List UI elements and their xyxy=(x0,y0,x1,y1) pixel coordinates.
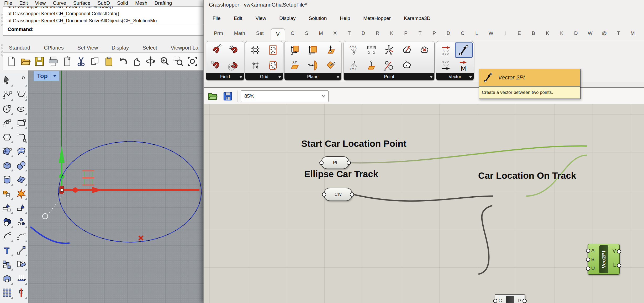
zoom-selected-icon[interactable] xyxy=(187,56,198,67)
gh-menu-item[interactable]: Karamba3D xyxy=(404,15,430,21)
pin-trapezoid-icon[interactable] xyxy=(362,58,380,73)
eval-component[interactable]: Eval CLNPTt xyxy=(495,294,525,303)
sidebar-tool[interactable] xyxy=(0,88,14,102)
gh-category-tab[interactable]: E xyxy=(512,30,526,36)
sidebar-tool[interactable] xyxy=(14,243,28,257)
rhino-menu-item[interactable]: Edit xyxy=(19,0,28,6)
gh-category-tab[interactable]: W xyxy=(484,30,498,36)
paste-icon[interactable] xyxy=(103,56,114,67)
param-output-port[interactable] xyxy=(350,192,354,197)
sidebar-tool[interactable] xyxy=(14,158,28,172)
sidebar-tool[interactable] xyxy=(0,187,14,201)
toolbar-tab[interactable]: CPlanes xyxy=(37,43,71,52)
sidebar-tool[interactable] xyxy=(0,73,14,88)
ribbon-group-label[interactable]: Point xyxy=(344,73,434,80)
point-param[interactable]: Pt xyxy=(321,156,349,169)
ribbon-group-label[interactable]: Field xyxy=(206,73,244,80)
sidebar-tool[interactable] xyxy=(14,272,28,286)
gh-menu-item[interactable]: View xyxy=(255,15,266,21)
sidebar-tool[interactable] xyxy=(14,73,28,88)
gh-menu-item[interactable]: File xyxy=(213,15,221,21)
gh-category-tab[interactable]: R xyxy=(371,30,385,36)
vector-length-icon[interactable]: |v| xyxy=(455,58,473,73)
xyz-down-icon[interactable]: XYZ xyxy=(345,42,362,58)
eval-output-port[interactable] xyxy=(522,299,527,303)
sidebar-tool[interactable] xyxy=(14,286,28,300)
undo-icon[interactable] xyxy=(117,56,128,67)
sidebar-tool[interactable] xyxy=(0,215,14,229)
toolbar-tab[interactable]: Set View xyxy=(71,43,105,52)
sidebar-tool[interactable] xyxy=(0,257,14,272)
gh-menu-item[interactable]: MetaHopper xyxy=(363,15,391,21)
sidebar-tool[interactable] xyxy=(0,158,14,172)
magnet-chain-icon[interactable] xyxy=(225,58,243,73)
sidebar-tool[interactable] xyxy=(14,116,28,130)
sidebar-tool[interactable] xyxy=(14,130,28,144)
sidebar-tool[interactable] xyxy=(0,201,14,215)
gh-category-tab[interactable]: K xyxy=(541,30,555,36)
rhino-menu-item[interactable]: Curve xyxy=(53,0,66,6)
sidebar-tool[interactable] xyxy=(14,172,28,187)
sidebar-tool[interactable] xyxy=(0,272,14,286)
eval-component-name[interactable]: Eval xyxy=(506,296,514,303)
viewport-title-tab[interactable]: Top xyxy=(34,71,59,81)
gh-category-tab[interactable]: B xyxy=(526,30,541,36)
gh-menu-item[interactable]: Solution xyxy=(309,15,327,21)
plane-disc-icon[interactable] xyxy=(322,42,340,58)
gh-category-tab-active[interactable]: V xyxy=(271,28,285,40)
rhino-menu-item[interactable]: File xyxy=(4,0,12,6)
gh-menu-item[interactable]: Display xyxy=(279,15,295,21)
sidebar-tool[interactable] xyxy=(14,187,28,201)
save-document-icon[interactable] xyxy=(223,91,233,101)
sidebar-tool[interactable] xyxy=(14,88,28,102)
sidebar-tool[interactable] xyxy=(14,257,28,272)
cut-scissors-icon[interactable] xyxy=(76,56,87,67)
rhino-menu-item[interactable]: View xyxy=(35,0,46,6)
gh-category-tab[interactable]: D xyxy=(441,30,456,36)
gh-category-tab[interactable]: P xyxy=(427,30,441,36)
vector-construct-icon[interactable]: XYZ xyxy=(437,42,455,58)
zoom-plus-icon[interactable] xyxy=(159,56,170,67)
star-closest-icon[interactable] xyxy=(380,42,398,58)
zoom-window-icon[interactable] xyxy=(173,56,184,67)
folder-open-icon[interactable] xyxy=(20,56,31,67)
ribbon-group-label[interactable]: Plane xyxy=(284,73,341,80)
ribbon-group-label[interactable]: Grid xyxy=(245,73,283,80)
chevron-down-icon[interactable] xyxy=(469,76,472,78)
rhino-menu-item[interactable]: SubD xyxy=(97,0,110,6)
cloud-x-icon[interactable] xyxy=(416,42,433,58)
gh-category-tab[interactable]: D xyxy=(356,30,371,36)
magnet-line-icon[interactable] xyxy=(207,42,225,58)
chevron-down-icon[interactable] xyxy=(321,95,326,98)
sidebar-tool[interactable] xyxy=(0,229,14,243)
command-history-panel[interactable]: at Grasshopper.Kernel.GH_Param`1.Collect… xyxy=(3,6,205,36)
gh-category-tab[interactable]: M xyxy=(626,30,640,36)
magnet-break-icon[interactable] xyxy=(225,42,243,58)
top-viewport[interactable]: Top xyxy=(28,70,205,303)
rhino-menu-item[interactable]: Drafting xyxy=(155,0,172,6)
rhino-menu-item[interactable]: Solid xyxy=(117,0,128,6)
gh-category-tab[interactable]: X xyxy=(328,30,342,36)
sidebar-tool[interactable] xyxy=(0,286,14,300)
import-page-icon[interactable] xyxy=(62,56,73,67)
param-input-port[interactable] xyxy=(322,192,326,197)
param-input-port[interactable] xyxy=(319,161,324,165)
grasshopper-canvas[interactable]: Start Car Location Point Ellipse Car Tra… xyxy=(204,104,644,303)
sidebar-tool[interactable] xyxy=(0,116,14,130)
vec2pt-component[interactable]: Vec2Pt ABUVL xyxy=(588,244,620,275)
toolbar-tab[interactable]: Standard xyxy=(2,43,37,52)
param-output-port[interactable] xyxy=(347,161,351,165)
sidebar-tool[interactable] xyxy=(14,102,28,116)
sidebar-tool[interactable] xyxy=(14,201,28,215)
gh-category-tab[interactable]: K xyxy=(385,30,399,36)
chevron-down-icon[interactable] xyxy=(430,76,432,78)
open-document-icon[interactable] xyxy=(207,91,218,101)
gh-category-tab[interactable]: M xyxy=(314,30,328,36)
rhino-menu-item[interactable]: Mesh xyxy=(135,0,147,6)
gh-category-tab[interactable]: Prm xyxy=(208,30,229,36)
gh-category-tab[interactable]: L xyxy=(470,30,484,36)
dots-blob-icon[interactable] xyxy=(264,58,282,73)
gh-category-tab[interactable]: T xyxy=(611,30,626,36)
chevron-down-icon[interactable] xyxy=(240,76,242,78)
sidebar-tool[interactable] xyxy=(14,229,28,243)
